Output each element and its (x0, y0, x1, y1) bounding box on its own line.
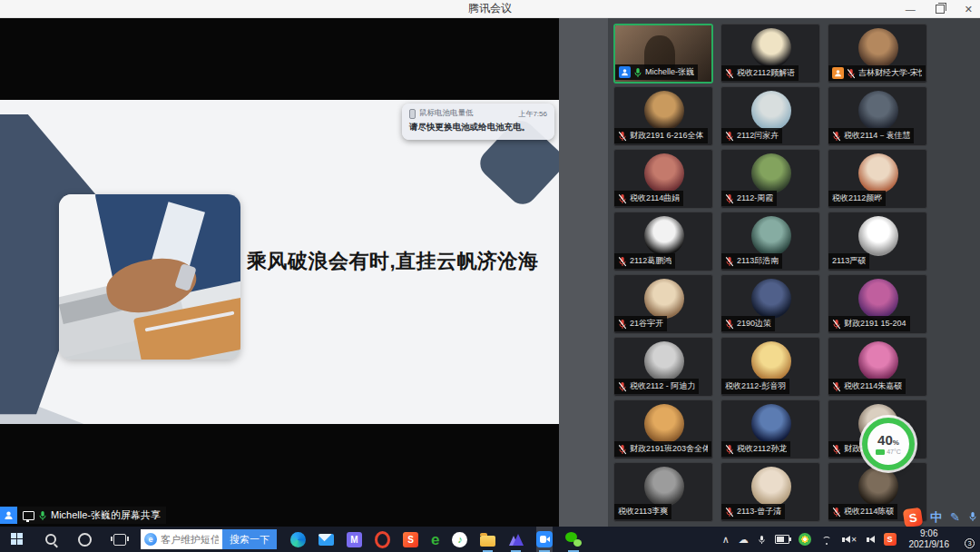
battery-icon (876, 449, 885, 455)
wechat-icon[interactable] (565, 527, 582, 552)
tray-mic-icon[interactable] (758, 535, 766, 545)
360-safe-icon[interactable] (799, 533, 811, 546)
close-button[interactable]: ✕ (965, 0, 973, 18)
participant-tile[interactable]: 税收2114－袁佳慧 (828, 86, 927, 146)
wifi-icon[interactable] (820, 535, 833, 545)
action-center-icon[interactable]: 3 (956, 534, 971, 546)
taskbar-search-box[interactable]: e 搜索一下 (141, 529, 277, 549)
participant-tile[interactable]: 2190边策 (720, 274, 820, 334)
participant-name: 2112葛鹏鸿 (630, 255, 671, 267)
participant-tile[interactable]: 财政2191 15-204 (828, 274, 927, 334)
slide-photo (59, 194, 240, 360)
input-language-toggle[interactable]: 中 (930, 511, 942, 523)
speaker-icon[interactable] (867, 536, 875, 543)
participant-avatar (644, 341, 684, 381)
participant-tile[interactable]: 税收2114朱嘉硕 (828, 337, 927, 397)
participant-avatar (644, 279, 684, 319)
participant-name: Michelle-张巍 (645, 66, 694, 78)
participant-tile[interactable]: 2112葛鹏鸿 (613, 212, 713, 271)
participant-avatar (858, 279, 898, 319)
participant-namebar: 税收2113李爽 (614, 504, 671, 519)
presenter-label-text: Michelle-张巍的屏幕共享 (51, 508, 161, 522)
search-go-button[interactable]: 搜索一下 (222, 529, 277, 549)
task-view-icon[interactable] (103, 527, 137, 552)
window-title: 腾讯会议 (468, 1, 512, 16)
start-button[interactable] (0, 527, 34, 552)
sogou-logo-icon[interactable]: S (903, 507, 924, 527)
restore-button[interactable] (936, 5, 945, 14)
mountain-app-icon[interactable] (508, 527, 524, 552)
participant-tile[interactable]: Michelle-张巍 (613, 24, 713, 84)
participant-avatar (751, 28, 791, 68)
participant-avatar (644, 91, 684, 131)
participant-tile[interactable]: 2112闫家卉 (720, 86, 820, 146)
mic-status-icon (847, 68, 856, 79)
mic-status-icon (725, 131, 734, 142)
participant-tile[interactable]: 2113严硕 (828, 212, 927, 271)
tencent-meeting-taskbar-icon[interactable] (536, 527, 553, 552)
handwriting-icon[interactable]: ✎ (950, 511, 960, 523)
sogou-app-icon[interactable]: S (403, 527, 418, 552)
mic-status-icon (618, 193, 627, 204)
participant-namebar: 2112-周霞 (721, 191, 777, 206)
voice-input-icon[interactable] (968, 511, 977, 524)
participant-tile[interactable]: 2113-曾子清 (720, 462, 820, 522)
participant-tile[interactable]: 2112-周霞 (720, 149, 820, 209)
participant-avatar (644, 467, 684, 507)
participant-namebar: 吉林财经大学-宋忱蔚 (828, 65, 926, 81)
purple-m-app-icon[interactable]: M (347, 527, 362, 552)
participant-tile[interactable]: 税收2114曲娟 (613, 149, 713, 209)
participant-namebar: 财政2191 6-216全体 (614, 128, 708, 143)
mic-status-icon (633, 67, 642, 78)
participant-tile[interactable]: 税收2112-彭音羽 (720, 337, 820, 397)
participant-tile[interactable]: 财政2191班203舍全体 (613, 399, 713, 459)
participant-name: 税收2112顾解语 (737, 67, 795, 79)
orange-ring-app-icon[interactable] (375, 527, 390, 552)
participant-namebar: 税收2112颜晔 (828, 191, 886, 206)
mic-status-icon (725, 319, 734, 330)
battery-widget[interactable]: 40% 47°C (862, 418, 915, 470)
onedrive-cloud-icon[interactable]: ☁ (739, 535, 749, 545)
presenter-person-icon (0, 507, 17, 524)
file-explorer-icon[interactable] (480, 527, 495, 552)
participant-avatar (751, 153, 791, 193)
participant-namebar: 财政2191 15-204 (828, 316, 910, 331)
participant-namebar: 2112闫家卉 (721, 128, 782, 143)
mic-status-icon (832, 131, 841, 142)
mail-app-icon[interactable] (318, 527, 334, 552)
cortana-icon[interactable] (67, 527, 103, 552)
participant-tile[interactable]: 税收2112顾解语 (720, 24, 820, 84)
battery-percent: 40 (877, 432, 893, 448)
participant-tile[interactable]: 税收2113李爽 (613, 462, 713, 522)
participant-namebar: 财政2191班203舍全体 (614, 441, 711, 457)
participant-tile[interactable]: 吉林财经大学-宋忱蔚 (828, 24, 927, 84)
participant-name: 2112闫家卉 (737, 130, 779, 142)
tray-battery-icon[interactable] (775, 535, 789, 544)
green-e-browser-icon[interactable]: e (431, 527, 439, 552)
edge-browser-icon[interactable] (290, 527, 306, 552)
participant-tile[interactable]: 税收2112孙龙 (720, 399, 820, 459)
participant-avatar (644, 404, 684, 444)
clock-date: 2021/9/16 (909, 539, 950, 551)
taskbar-clock[interactable]: 9:06 2021/9/16 (909, 528, 950, 551)
participant-tile[interactable]: 2113邱浩南 (720, 212, 820, 271)
search-input[interactable] (157, 534, 222, 545)
participant-namebar: 税收2112-彭音羽 (721, 379, 789, 394)
hidden-icons-chevron[interactable]: ∧ (722, 535, 730, 545)
participant-namebar: Michelle-张巍 (615, 64, 698, 80)
minimize-button[interactable]: — (906, 0, 916, 18)
participant-avatar (751, 91, 791, 131)
mic-status-icon (725, 193, 734, 204)
participant-tile[interactable]: 税收2112颜晔 (828, 149, 927, 209)
participant-tile[interactable]: 财政2191 6-216全体 (613, 86, 713, 146)
qq-music-icon[interactable]: ♪ (452, 527, 467, 552)
taskbar-search-icon[interactable] (34, 527, 67, 552)
participant-name: 税收2114陈硕 (844, 506, 894, 518)
volume-muted-icon[interactable]: ✕ (842, 536, 858, 544)
participant-name: 税收2112-彭音羽 (725, 380, 786, 392)
participant-tile[interactable]: 税收2112 - 阿迪力 (613, 337, 713, 397)
battery-notification-toast[interactable]: 鼠标电池电量低 上午7:56 请尽快更换电池或给电池充电。 (402, 104, 554, 140)
participant-tile[interactable]: 21谷宇开 (613, 274, 713, 334)
sogou-tray-icon[interactable]: S (884, 533, 897, 546)
participant-name: 2190边策 (737, 318, 771, 330)
